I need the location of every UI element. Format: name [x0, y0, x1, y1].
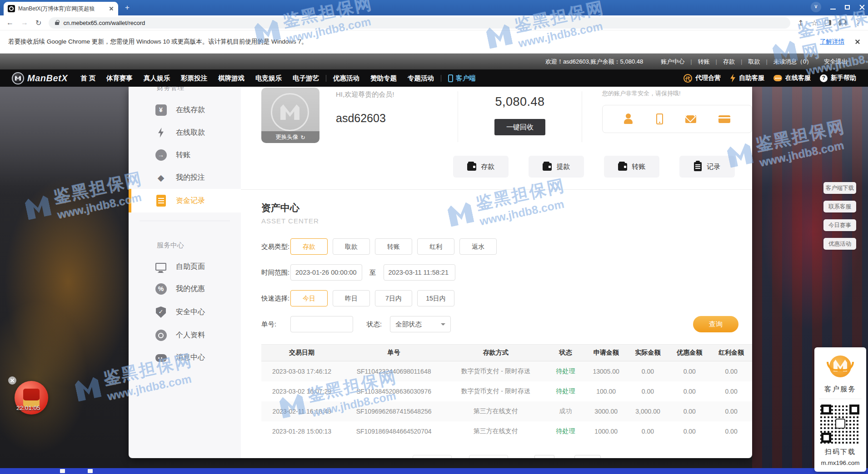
qr-marker: [849, 405, 859, 415]
date-from-input[interactable]: [290, 264, 362, 281]
sidebar-item-label: 资金记录: [176, 196, 205, 206]
new-tab-button[interactable]: +: [122, 3, 133, 14]
nav-slots[interactable]: 电子游艺: [287, 74, 324, 83]
nav-sponsorship[interactable]: 赞助专题: [365, 74, 402, 83]
quick-15days-button[interactable]: 15日内: [417, 290, 454, 306]
nav-sports[interactable]: 体育赛事: [101, 74, 138, 83]
quick-today-button[interactable]: 今日: [290, 290, 328, 306]
sidebar-item-security-center[interactable]: ✓ 安全中心: [129, 301, 241, 324]
nav-esports[interactable]: 电竞娱乐: [250, 74, 287, 83]
type-withdraw-button[interactable]: 取款: [333, 238, 370, 255]
next-page-button[interactable]: 下一页 >: [469, 455, 508, 458]
type-deposit-button[interactable]: 存款: [290, 238, 328, 255]
cell-bonus: 0.00: [710, 428, 752, 435]
jump-page-input[interactable]: [534, 455, 554, 458]
lightning-icon: [158, 128, 164, 138]
withdraw-link[interactable]: 取款: [742, 58, 766, 66]
prev-page-button[interactable]: < 上一页: [413, 455, 452, 458]
person-icon[interactable]: [624, 114, 634, 124]
learn-more-link[interactable]: 了解详情: [820, 38, 844, 46]
sidebar-item-transfer[interactable]: → 转账: [129, 143, 241, 167]
mail-icon[interactable]: [685, 115, 696, 123]
share-icon[interactable]: ↥: [798, 19, 803, 27]
tab-search-icon[interactable]: ∨: [811, 2, 821, 12]
deposit-button[interactable]: 存款: [453, 156, 509, 178]
window-minimize-icon[interactable]: [830, 9, 836, 10]
sidebar-item-personal-info[interactable]: 个人资料: [129, 324, 241, 347]
col-header-bonus: 红利金额: [710, 349, 752, 357]
promotions-tab[interactable]: 优惠活动: [823, 238, 856, 250]
withdraw-button[interactable]: 提款: [529, 156, 584, 178]
type-rebate-button[interactable]: 返水: [459, 238, 497, 255]
profile-icon: [155, 330, 167, 341]
sidebar-item-message-center[interactable]: 消息中心: [129, 347, 241, 368]
nav-home[interactable]: 首 页: [75, 74, 101, 83]
live-chat-link[interactable]: 在线客服: [773, 74, 811, 82]
bank-card-icon[interactable]: [718, 115, 730, 123]
nav-lottery[interactable]: 彩票投注: [175, 74, 213, 83]
logout-link[interactable]: 安全退出: [818, 58, 853, 66]
today-matches-tab[interactable]: 今日赛事: [823, 219, 856, 231]
taskbar-app-icon[interactable]: [60, 469, 65, 473]
sidebar-item-online-deposit[interactable]: ¥ 在线存款: [129, 99, 241, 122]
cell-method: 第三方在线支付: [445, 427, 546, 435]
sidebar-item-my-promotions[interactable]: % 我的优惠: [129, 277, 241, 301]
forward-icon[interactable]: →: [21, 19, 28, 27]
sidebar-item-my-bets[interactable]: ◆ 我的投注: [129, 167, 241, 189]
nav-board-games[interactable]: 棋牌游戏: [213, 74, 250, 83]
agent-program-link[interactable]: 代 代理合营: [683, 74, 721, 83]
profile-block: 更换头像 ↻ HI,欢迎尊贵的会员! asd62603 5,080.48 一键回…: [241, 87, 752, 190]
unread-messages-link[interactable]: 未读消息（0）: [768, 58, 818, 66]
window-close-icon[interactable]: [859, 4, 865, 10]
nav-client-app[interactable]: 客户端: [443, 74, 481, 83]
browser-profile-avatar[interactable]: [838, 19, 847, 27]
transfer-button[interactable]: 转账: [604, 156, 659, 178]
cell-status: 成功: [546, 407, 585, 415]
contact-service-tab[interactable]: 联系客服: [823, 201, 856, 212]
nav-special-events[interactable]: 专题活动: [402, 74, 439, 83]
infobar-close-icon[interactable]: [854, 39, 860, 44]
records-button[interactable]: 记录: [679, 156, 735, 178]
deposit-link[interactable]: 存款: [717, 58, 741, 66]
order-number-input[interactable]: [290, 316, 353, 332]
side-panel-icon[interactable]: [825, 20, 831, 25]
status-select[interactable]: 全部状态: [390, 316, 451, 332]
window-maximize-icon[interactable]: [845, 5, 850, 10]
search-button[interactable]: 查询: [693, 316, 738, 332]
transfer-link[interactable]: 转账: [692, 58, 716, 66]
account-center-link[interactable]: 账户中心: [655, 58, 690, 66]
sidebar-item-label: 我的优惠: [176, 284, 205, 294]
nav-promotions[interactable]: 优惠活动: [328, 74, 365, 83]
brand-logo[interactable]: ManBetX: [12, 72, 68, 84]
cell-date: 2023-01-28 15:00:13: [261, 428, 342, 435]
beginner-help-link[interactable]: ? 新手帮助: [820, 74, 856, 82]
tab-close-icon[interactable]: [109, 6, 114, 11]
address-bar[interactable]: cn.mebetx65.com/wallet/record: [49, 17, 790, 29]
sidebar-item-fund-records[interactable]: 资金记录: [129, 189, 241, 212]
type-transfer-button[interactable]: 转账: [375, 238, 412, 255]
sidebar-item-self-service-page[interactable]: 自助页面: [129, 256, 241, 277]
phone-icon[interactable]: [656, 114, 663, 124]
taskbar-app-icon[interactable]: [88, 469, 93, 473]
browser-menu-icon[interactable]: ⋮: [854, 19, 862, 27]
account-bar: 欢迎！asd62603,账户余额：5,080.48 账户中心| 转账| 存款| …: [0, 54, 868, 69]
quick-yesterday-button[interactable]: 昨日: [333, 290, 370, 306]
date-to-input[interactable]: [384, 264, 455, 281]
main-navigation: ManBetX 首 页 体育赛事 真人娱乐 彩票投注 棋牌游戏 电竞娱乐 电子游…: [0, 69, 868, 87]
confirm-jump-button[interactable]: 确定: [574, 455, 601, 458]
promo-close-icon[interactable]: [8, 376, 16, 385]
one-key-recycle-button[interactable]: 一键回收: [494, 119, 545, 135]
quick-7days-button[interactable]: 7日内: [375, 290, 412, 306]
client-download-tab[interactable]: 客户端下载: [823, 182, 856, 194]
self-service-link[interactable]: 自助客服: [730, 74, 764, 83]
nav-live-casino[interactable]: 真人娱乐: [138, 74, 175, 83]
bookmark-star-icon[interactable]: ☆: [811, 19, 818, 27]
percent-icon: %: [155, 283, 167, 295]
back-icon[interactable]: ←: [6, 19, 14, 27]
type-bonus-button[interactable]: 红利: [417, 238, 454, 255]
sidebar-divider: [140, 221, 230, 221]
sidebar-item-online-withdraw[interactable]: 在线取款: [129, 122, 241, 143]
reload-icon[interactable]: ↻: [35, 19, 41, 27]
browser-tab[interactable]: ManBetX(万博体育)官网|英超狼: [4, 2, 118, 15]
change-avatar-button[interactable]: 更换头像 ↻: [261, 131, 319, 143]
